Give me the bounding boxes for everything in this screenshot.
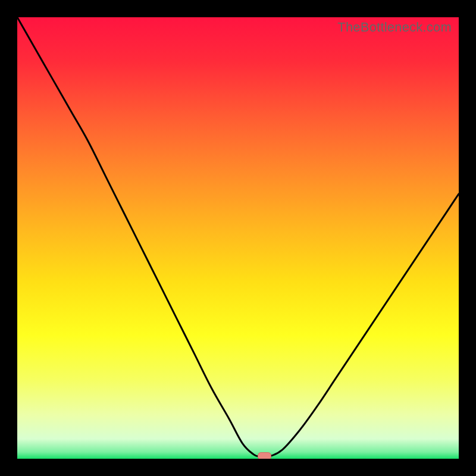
gradient-background [17, 17, 459, 459]
chart-frame: TheBottleneck.com [17, 17, 459, 459]
optimal-point-marker [258, 453, 271, 459]
watermark-text: TheBottleneck.com [337, 20, 452, 35]
bottleneck-chart [17, 17, 459, 459]
